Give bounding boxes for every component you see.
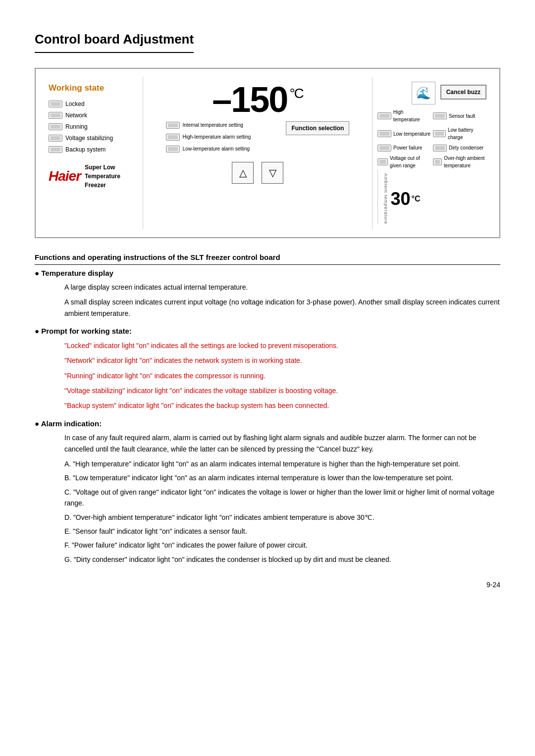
- page-number: 9-24: [35, 580, 500, 590]
- alarm-grid: High temperature Sensor fault Low temper…: [377, 108, 486, 169]
- function-area: Internal temperature setting High-temper…: [148, 121, 367, 155]
- prompt-running: "Running" indicator light "on" indicates…: [64, 370, 500, 381]
- alarm-section: Alarm indication: In case of any fault r…: [35, 418, 500, 565]
- haier-subtitle: Super Low Temperature Freezer: [85, 163, 138, 190]
- prompt-network: "Network" indicator light "on" indicates…: [64, 355, 500, 366]
- alarm-battery-label: Low battery charge: [448, 126, 486, 141]
- backup-label: Backup system: [65, 145, 106, 154]
- haier-logo: Haier: [49, 166, 81, 187]
- alarm-condenser-label: Dirty condenser: [449, 144, 483, 151]
- func-low-temp: Low-temperature alarm setting: [166, 145, 251, 152]
- indicator-locked: Locked: [49, 100, 138, 108]
- temp-unit: °C: [289, 87, 303, 101]
- alarm-low-battery: Low battery charge: [433, 126, 486, 141]
- network-icon: [49, 112, 62, 119]
- function-selection-box: Function selection: [286, 121, 349, 135]
- alarm-battery-icon: [433, 130, 446, 137]
- temp-para-1: A large display screen indicates actual …: [64, 282, 500, 293]
- alarm-d: D. "Over-high ambient temperature" indic…: [64, 512, 500, 523]
- ambient-value: 30: [391, 186, 411, 212]
- ambient-container: Ambient temperature 30 °C: [377, 169, 486, 224]
- func-high-icon: [166, 134, 180, 141]
- temp-value: –150: [212, 82, 287, 117]
- alarm-e: E. "Sensor fault" indicator light "on" i…: [64, 526, 500, 537]
- left-panel: Working state Locked Network Running Vol…: [44, 77, 143, 229]
- alarm-high-temp: High temperature: [377, 108, 431, 123]
- prompt-section: Prompt for working state: "Locked" indic…: [35, 326, 500, 411]
- func-internal-icon: [166, 122, 180, 129]
- alarm-condenser-icon: [433, 145, 447, 151]
- locked-label: Locked: [65, 100, 85, 108]
- functions-section-title: Functions and operating instructions of …: [35, 252, 500, 265]
- center-panel: –150 °C Internal temperature setting Hig…: [143, 77, 373, 229]
- indicator-voltage: Voltage stabilizing: [49, 134, 138, 143]
- alarm-g: G. "Dirty condenser" indicator light "on…: [64, 554, 500, 565]
- alarm-para-1: In case of any fault required alarm, ala…: [64, 432, 500, 454]
- running-icon: [49, 123, 62, 130]
- func-internal: Internal temperature setting: [166, 121, 251, 129]
- haier-brand: Haier Super Low Temperature Freezer: [49, 163, 138, 190]
- function-col: Internal temperature setting High-temper…: [166, 121, 251, 155]
- alarm-title: Alarm indication:: [35, 418, 500, 430]
- running-label: Running: [65, 122, 88, 131]
- temperature-display-section: Temperature display A large display scre…: [35, 268, 500, 319]
- working-state-title: Working state: [49, 82, 138, 95]
- func-internal-label: Internal temperature setting: [183, 121, 243, 129]
- temperature-display-title: Temperature display: [35, 268, 500, 279]
- voltage-icon: [49, 135, 62, 142]
- prompt-title: Prompt for working state:: [35, 326, 500, 337]
- alarm-low-temp-label: Low temperature: [393, 130, 430, 138]
- indicator-network: Network: [49, 111, 138, 120]
- temp-para-2: A small display screen indicates current…: [64, 297, 500, 319]
- heat-icon: 🌊: [412, 82, 435, 104]
- alarm-low-temp: Low temperature: [377, 126, 431, 141]
- prompt-locked: "Locked" indicator light "on" indicates …: [64, 340, 500, 351]
- down-button[interactable]: ▽: [262, 162, 283, 184]
- top-right-area: 🌊 Cancel buzz: [377, 82, 486, 108]
- alarm-dirty-condenser: Dirty condenser: [433, 144, 486, 151]
- board-diagram: Working state Locked Network Running Vol…: [35, 68, 500, 238]
- func-low-icon: [166, 146, 180, 152]
- ambient-temp-display: 30 °C: [391, 186, 421, 212]
- alarm-sensor-fault: Sensor fault: [433, 108, 486, 123]
- right-panel: 🌊 Cancel buzz High temperature Sensor fa…: [373, 77, 491, 229]
- backup-icon: [49, 146, 62, 153]
- func-high-temp: High-temperature alarm setting: [166, 133, 251, 141]
- prompt-backup: "Backup system" indicator light "on" ind…: [64, 400, 500, 411]
- alarm-f: F. "Power failure" indicator light "on" …: [64, 540, 500, 551]
- alarm-sensor-label: Sensor fault: [449, 112, 475, 120]
- func-low-label: Low-temperature alarm setting: [183, 145, 250, 152]
- cancel-buzz-button[interactable]: Cancel buzz: [440, 85, 486, 100]
- alarm-voltage-range: Voltage out of given range: [377, 154, 431, 169]
- alarm-high-temp-icon: [377, 112, 391, 119]
- alarm-c: C. "Voltage out of given range" indicato…: [64, 487, 500, 509]
- alarm-b: B. "Low temperature" indicator light "on…: [64, 472, 500, 483]
- alarm-voltage-icon: [377, 158, 388, 165]
- alarm-power-label: Power failure: [393, 144, 422, 151]
- heat-cancel-row: 🌊 Cancel buzz: [412, 82, 486, 104]
- func-high-label: High-temperature alarm setting: [183, 133, 251, 141]
- alarm-voltage-label: Voltage out of given range: [390, 154, 431, 169]
- locked-icon: [49, 101, 62, 107]
- alarm-over-high-ambient: Over-high ambient temperature: [433, 154, 486, 169]
- alarm-low-temp-icon: [377, 130, 391, 137]
- alarm-high-temp-label: High temperature: [393, 108, 431, 123]
- alarm-ambient-icon: [433, 158, 442, 165]
- temp-display: –150 °C: [212, 82, 303, 117]
- ambient-unit: °C: [412, 193, 421, 205]
- up-button[interactable]: △: [232, 162, 254, 184]
- adjust-buttons: △ ▽: [232, 162, 283, 184]
- alarm-sensor-icon: [433, 112, 447, 119]
- alarm-a: A. "High temperature" indicator light "o…: [64, 458, 500, 469]
- network-label: Network: [65, 111, 87, 120]
- indicator-running: Running: [49, 122, 138, 131]
- alarm-power-icon: [377, 145, 391, 151]
- alarm-power-failure: Power failure: [377, 144, 431, 151]
- prompt-voltage: "Voltage stabilizing" indicator light "o…: [64, 385, 500, 396]
- page-title: Control board Adjustment: [35, 30, 194, 53]
- indicator-backup: Backup system: [49, 145, 138, 154]
- alarm-ambient-label: Over-high ambient temperature: [444, 154, 486, 169]
- voltage-label: Voltage stabilizing: [65, 134, 113, 143]
- ambient-vert-label: Ambient temperature: [382, 173, 389, 224]
